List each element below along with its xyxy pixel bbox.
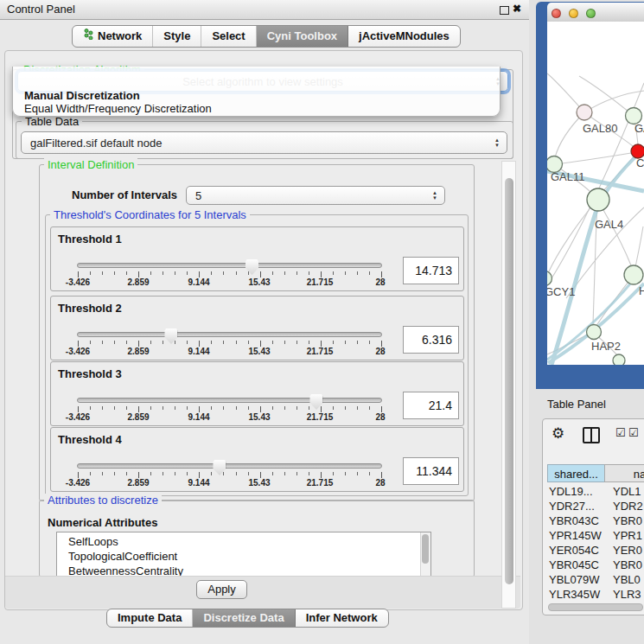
list-scrollbar[interactable] — [420, 532, 430, 576]
table-panel: ⚙ ☑ ☑ shared... name YDL19...YDL1 YDR27.… — [542, 418, 644, 615]
checkbox-icon[interactable]: ☑ — [615, 426, 626, 439]
table-row[interactable]: YPR145WYPR1 — [547, 528, 644, 543]
tick-label: 28 — [353, 347, 408, 356]
algorithm-option-manual[interactable]: Manual Discretization — [24, 89, 140, 101]
minimize-traffic-light-icon[interactable] — [569, 9, 578, 18]
algorithm-option-equal-width[interactable]: Equal Width/Frequency Discretization — [24, 102, 212, 114]
tick-label: 2.859 — [111, 412, 166, 422]
tick-label: -3.426 — [50, 412, 105, 422]
threshold-3-label: Threshold 3 — [58, 367, 122, 380]
right-region: GAL80 GA C GAL11 GAL4 GCY1 H HAP2 Table … — [529, 0, 644, 644]
threshold-1-value-field[interactable]: 14.713 — [403, 257, 459, 284]
cell[interactable]: YBR0 — [608, 513, 642, 528]
threshold-2-value-field[interactable]: 6.316 — [403, 326, 459, 354]
tab-infer-network[interactable]: Infer Network — [296, 609, 388, 627]
tick-marks — [78, 406, 382, 412]
tab-cyni-toolbox-label: Cyni Toolbox — [267, 26, 337, 47]
list-item[interactable]: TopologicalCoefficient — [57, 549, 430, 564]
cell[interactable]: YER0 — [608, 543, 642, 558]
checkbox-icon[interactable]: ☑ — [628, 426, 639, 439]
tick-label: 28 — [353, 277, 408, 287]
table-horizontal-scrollbar[interactable] — [548, 603, 644, 610]
cell[interactable]: YDR2 — [608, 499, 643, 513]
tab-infer-network-label: Infer Network — [306, 609, 378, 627]
tab-discretize-data[interactable]: Discretize Data — [193, 609, 295, 627]
cell[interactable]: YBL0 — [608, 572, 641, 587]
table-data-combobox[interactable]: galFiltered.sif default node ▲▼ — [21, 131, 507, 154]
tab-network-label: Network — [98, 26, 142, 47]
zoom-traffic-light-icon[interactable] — [586, 9, 596, 18]
threshold-1-label: Threshold 1 — [58, 233, 122, 245]
table-row[interactable]: YLR345WYLR3 — [547, 587, 644, 602]
cell[interactable]: YBR045C — [547, 558, 608, 572]
network-view-canvas[interactable]: GAL80 GA C GAL11 GAL4 GCY1 H HAP2 — [547, 22, 644, 365]
control-panel-titlebar: Control Panel ✖ — [0, 0, 529, 20]
node-label-hap2: HAP2 — [591, 340, 621, 353]
tab-jactivemnodules[interactable]: jActiveMNodules — [348, 26, 460, 47]
network-node-hap2[interactable] — [587, 325, 602, 340]
cell[interactable]: YBR043C — [547, 513, 608, 528]
tick-label: 2.859 — [111, 478, 166, 488]
cell[interactable]: YBR0 — [608, 558, 642, 572]
network-node-gal4[interactable] — [587, 188, 609, 211]
numerical-attributes-list[interactable]: SelfLoops TopologicalCoefficient Between… — [56, 532, 431, 577]
column-header-name[interactable]: name — [604, 464, 644, 482]
float-window-icon[interactable] — [500, 6, 509, 15]
tick-label: -3.426 — [50, 478, 105, 488]
list-item[interactable]: SelfLoops — [57, 532, 430, 549]
table-row[interactable]: YER054CYER0 — [547, 543, 644, 558]
network-node-gcy1[interactable] — [547, 271, 552, 286]
cell[interactable]: YPR1 — [608, 528, 642, 543]
apply-button[interactable]: Apply — [196, 580, 247, 599]
close-icon[interactable]: ✖ — [513, 3, 521, 15]
gear-icon[interactable]: ⚙ — [552, 424, 564, 443]
node-table[interactable]: YDL19...YDL1 YDR27...YDR2 YBR043CYBR0 YP… — [547, 484, 644, 603]
table-row[interactable]: YDL19...YDL1 — [547, 484, 644, 499]
close-traffic-light-icon[interactable] — [552, 9, 561, 18]
cell[interactable]: YDL1 — [608, 484, 641, 499]
cell[interactable]: YDR27... — [547, 499, 608, 513]
tick-label: 15.43 — [232, 277, 287, 287]
table-row[interactable]: YBL079WYBL0 — [547, 572, 644, 587]
cell[interactable]: YBL079W — [547, 572, 608, 587]
threshold-2-slider[interactable] — [77, 332, 382, 337]
threshold-2-label: Threshold 2 — [58, 302, 122, 315]
number-of-intervals-combobox[interactable]: 5 ▲▼ — [186, 186, 445, 205]
control-panel: Control Panel ✖ Network Style Se — [0, 0, 529, 644]
threshold-2-panel: Threshold 2 -3.426 2.859 9.144 15.43 21.… — [50, 296, 464, 360]
tick-label: 21.715 — [292, 347, 348, 356]
tab-impute-data[interactable]: Impute Data — [107, 609, 193, 627]
cell[interactable]: YER054C — [547, 543, 608, 558]
threshold-1-slider[interactable] — [77, 263, 382, 268]
network-node[interactable] — [624, 265, 643, 284]
tab-network[interactable]: Network — [73, 26, 153, 47]
table-row[interactable]: YBR045CYBR0 — [547, 558, 644, 572]
tick-label: 28 — [353, 478, 408, 488]
panel-scrollbar[interactable] — [501, 161, 516, 609]
threshold-3-value-field[interactable]: 21.4 — [403, 392, 459, 419]
tick-marks — [78, 271, 382, 277]
tab-cyni-toolbox[interactable]: Cyni Toolbox — [257, 26, 348, 47]
control-panel-title: Control Panel — [7, 3, 75, 16]
column-header-shared-name[interactable]: shared... — [547, 464, 605, 482]
split-columns-icon[interactable] — [583, 427, 600, 443]
table-row[interactable]: YBR043CYBR0 — [547, 513, 644, 528]
button-bar — [5, 576, 520, 609]
cell[interactable]: YPR145W — [547, 528, 608, 543]
table-row[interactable]: YDR27...YDR2 — [547, 499, 644, 513]
tick-label: -3.426 — [50, 277, 105, 287]
cell[interactable]: YLR345W — [547, 587, 608, 602]
tab-discretize-data-label: Discretize Data — [203, 609, 284, 627]
network-node-gal80[interactable] — [577, 105, 592, 120]
threshold-4-value-field[interactable]: 11.344 — [403, 457, 459, 485]
tab-style[interactable]: Style — [153, 26, 201, 47]
network-node[interactable] — [613, 354, 625, 365]
cell[interactable]: YLR3 — [608, 587, 641, 602]
tick-label: 9.144 — [171, 277, 226, 287]
cell[interactable]: YDL19... — [547, 484, 608, 499]
threshold-4-slider[interactable] — [77, 463, 382, 469]
list-item[interactable]: BetweennessCentrality — [57, 564, 430, 577]
tab-select[interactable]: Select — [201, 26, 256, 47]
number-of-intervals-label: Number of Intervals — [72, 188, 177, 201]
threshold-3-slider[interactable] — [77, 398, 382, 403]
